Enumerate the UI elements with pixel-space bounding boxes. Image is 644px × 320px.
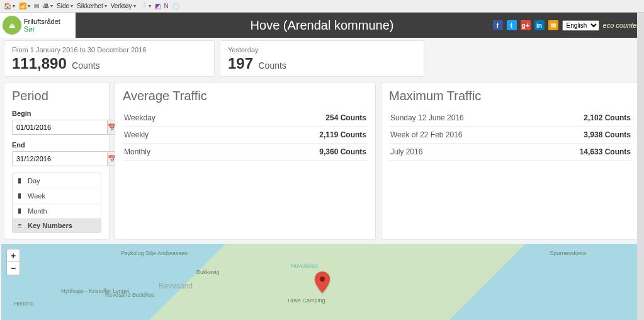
stat-yesterday-value: 197 — [228, 55, 253, 72]
map-label: Bukkevig — [196, 269, 220, 275]
end-group: End 📅 — [12, 141, 101, 166]
googleplus-icon[interactable]: g+ — [521, 20, 531, 30]
twitter-icon[interactable]: t — [507, 20, 517, 30]
view-month-label: Month — [28, 207, 47, 215]
brand-text: Friluftsrådet Sør — [24, 18, 73, 33]
map-label: Hove Camping — [288, 297, 325, 304]
scrollbar[interactable] — [637, 13, 644, 320]
bar-chart-icon: ▮ — [18, 191, 24, 200]
menu-verktoy[interactable]: Verktøy▾ — [111, 3, 136, 9]
page-title: Hove (Arendal kommune) — [251, 18, 394, 33]
max-week-label: Week of 22 Feb 2016 — [389, 127, 531, 144]
zoom-out-button[interactable]: − — [7, 262, 20, 275]
list-icon: ≡ — [18, 222, 24, 229]
avg-monthly-label: Monthly — [123, 144, 222, 161]
map-label: Revesand — [159, 282, 193, 290]
view-week-label: Week — [28, 192, 45, 200]
map-label: Hoveleiren — [291, 263, 318, 269]
max-month-value: 14,633 Counts — [531, 144, 632, 161]
mail-icon[interactable]: ✉ — [34, 3, 39, 9]
view-day-label: Day — [28, 177, 40, 185]
header-right: f t g+ in ✉ English eco counter — [493, 20, 644, 31]
zoom-in-button[interactable]: + — [7, 249, 20, 262]
table-row: July 201614,633 Counts — [389, 144, 632, 161]
view-list: ▮Day ▮Week ▮Month ≡Key Numbers — [12, 173, 101, 233]
map[interactable]: + − Psykolog Silje Andreassen Bukkevig R… — [1, 244, 643, 320]
avg-title: Average Traffic — [123, 89, 368, 103]
stats-row: From 1 January 2016 to 30 December 2016 … — [0, 38, 644, 77]
addon2-icon[interactable]: N — [164, 3, 169, 9]
addon1-icon[interactable]: ◩ — [155, 3, 161, 9]
period-panel: Period Begin 📅 End 📅 ▮Day ▮Week ▮Month ≡… — [4, 82, 110, 240]
print-icon[interactable]: 🖶▾ — [43, 3, 53, 9]
addon3-icon[interactable]: ◯ — [172, 3, 179, 9]
browser-toolbar: 🏠▾ 📶▾ ✉ 🖶▾ Side▾ Sikkerhet▾ Verktøy▾ ❔▾ … — [0, 0, 644, 13]
menu-sikkerhet-label: Sikkerhet — [77, 3, 103, 9]
help-icon[interactable]: ❔▾ — [140, 3, 151, 9]
feed-icon[interactable]: 📶▾ — [19, 3, 30, 9]
end-input[interactable] — [12, 151, 107, 166]
linkedin-icon[interactable]: in — [534, 20, 545, 30]
view-key-numbers[interactable]: ≡Key Numbers — [13, 219, 101, 232]
table-row: Monthly9,360 Counts — [123, 144, 368, 161]
panels-row: Period Begin 📅 End 📅 ▮Day ▮Week ▮Month ≡… — [0, 77, 644, 244]
avg-weekly-value: 2,119 Counts — [222, 127, 368, 144]
stat-yesterday-label: Yesterday — [228, 46, 416, 54]
map-zoom-controls: + − — [6, 249, 20, 275]
map-label: Psykolog Silje Andreassen — [121, 250, 188, 256]
brand-pre: Friluftsrådet — [24, 18, 60, 25]
stat-total-unit: Counts — [72, 60, 99, 71]
menu-side-label: Side — [57, 3, 69, 9]
svg-point-0 — [320, 277, 325, 282]
avg-weekday-value: 254 Counts — [222, 110, 368, 127]
facebook-icon[interactable]: f — [493, 20, 503, 30]
max-table: Sunday 12 June 20162,102 Counts Week of … — [389, 110, 632, 161]
menu-sikkerhet[interactable]: Sikkerhet▾ — [77, 3, 107, 9]
map-label: Spornesskjera — [550, 250, 586, 256]
view-day[interactable]: ▮Day — [13, 173, 101, 188]
menu-side[interactable]: Side▾ — [57, 3, 73, 9]
stat-total: From 1 January 2016 to 30 December 2016 … — [4, 40, 215, 77]
brand-logo[interactable]: ⛰ Friluftsrådet Sør — [0, 13, 76, 38]
view-month[interactable]: ▮Month — [13, 203, 101, 219]
max-day-label: Sunday 12 June 2016 — [389, 110, 531, 127]
table-row: Weekly2,119 Counts — [123, 127, 368, 144]
begin-group: Begin 📅 — [12, 110, 101, 135]
stat-yesterday-unit: Counts — [259, 60, 286, 71]
table-row: Weekday254 Counts — [123, 110, 368, 127]
avg-table: Weekday254 Counts Weekly2,119 Counts Mon… — [123, 110, 368, 161]
eco-counter-logo: eco counter — [603, 21, 639, 29]
stat-yesterday: Yesterday 197 Counts — [220, 40, 424, 77]
view-key-label: Key Numbers — [28, 222, 72, 229]
language-select[interactable]: English — [562, 20, 599, 31]
stat-range-label: From 1 January 2016 to 30 December 2016 — [12, 46, 206, 54]
table-row: Sunday 12 June 20162,102 Counts — [389, 110, 632, 127]
map-label: Hemma — [14, 300, 34, 307]
app-header: ⛰ Friluftsrådet Sør Hove (Arendal kommun… — [0, 13, 644, 38]
begin-input[interactable] — [12, 120, 107, 135]
stat-total-value: 111,890 — [12, 55, 67, 72]
avg-weekday-label: Weekday — [123, 110, 222, 127]
view-week[interactable]: ▮Week — [13, 188, 101, 203]
average-traffic-panel: Average Traffic Weekday254 Counts Weekly… — [115, 82, 376, 240]
map-label: Revesand Bedehus — [105, 292, 155, 298]
logo-icon: ⛰ — [3, 16, 21, 35]
table-row: Week of 22 Feb 20163,938 Counts — [389, 127, 632, 144]
max-title: Maximum Traffic — [389, 89, 632, 103]
max-month-label: July 2016 — [389, 144, 531, 161]
avg-weekly-label: Weekly — [123, 127, 222, 144]
home-icon[interactable]: 🏠▾ — [4, 3, 15, 9]
avg-monthly-value: 9,360 Counts — [222, 144, 368, 161]
max-day-value: 2,102 Counts — [531, 110, 632, 127]
bar-chart-icon: ▮ — [18, 207, 24, 215]
bar-chart-icon: ▮ — [18, 176, 24, 185]
begin-label: Begin — [12, 110, 101, 117]
maximum-traffic-panel: Maximum Traffic Sunday 12 June 20162,102… — [381, 82, 640, 240]
end-label: End — [12, 141, 101, 149]
brand-suf: Sør — [24, 25, 35, 33]
email-icon[interactable]: ✉ — [548, 20, 558, 30]
menu-verktoy-label: Verktøy — [111, 3, 132, 9]
max-week-value: 3,938 Counts — [531, 127, 632, 144]
map-marker-icon[interactable] — [315, 271, 330, 295]
period-title: Period — [12, 89, 101, 103]
